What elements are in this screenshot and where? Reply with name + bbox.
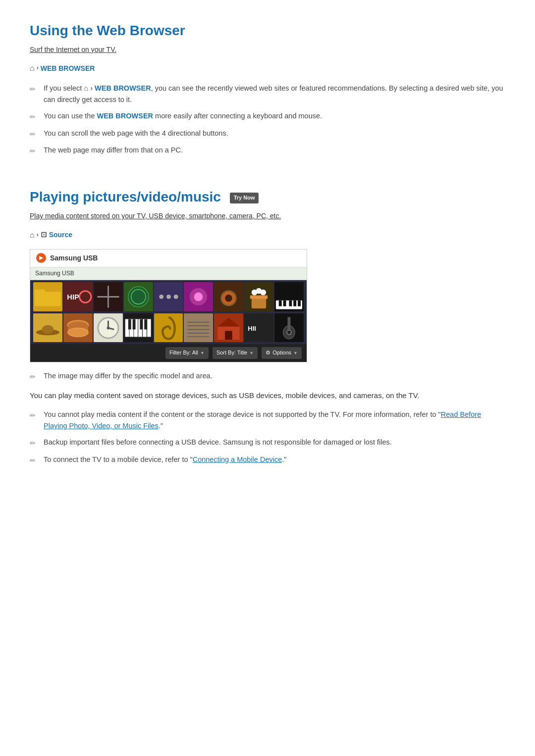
filter-arrow-icon: ▼: [200, 350, 205, 356]
sort-arrow-icon: ▼: [249, 350, 254, 356]
sort-button[interactable]: Sort By: Title ▼: [213, 347, 258, 359]
media-thumb-11: [63, 313, 93, 343]
pencil-icon-note: ✏: [30, 371, 39, 382]
media-thumb-16: [214, 313, 243, 343]
bullet-text-wb1: If you select ⌂ › WEB BROWSER, you can s…: [44, 83, 505, 105]
svg-rect-58: [184, 313, 213, 343]
media-thumb-7: [214, 282, 243, 311]
svg-rect-54: [132, 319, 135, 329]
source-breadcrumb-label: Source: [49, 229, 72, 240]
svg-point-13: [166, 295, 171, 299]
note-paragraph-text: You can play media content saved on stor…: [30, 391, 420, 400]
media-thumb-3: [94, 282, 123, 311]
pencil-icon-mb2: ✏: [30, 438, 39, 449]
pencil-icon-wb3: ✏: [30, 129, 39, 140]
bullet-text-wb4: The web page may differ from that on a P…: [44, 145, 183, 156]
svg-rect-0: [35, 292, 61, 306]
web-browser-subtitle: Surf the Internet on your TV.: [30, 44, 505, 55]
svg-point-12: [159, 295, 163, 299]
bullet-item-mb2: ✏ Backup important files before connecti…: [30, 437, 505, 449]
media-grid-row2: HII: [30, 312, 307, 345]
home-icon: ⌂: [30, 62, 35, 75]
bullet-text-mb3: To connect the TV to a mobile device, re…: [44, 454, 286, 465]
bullet-text-wb2: You can use the WEB BROWSER more easily …: [44, 110, 322, 122]
media-thumb-6: [184, 282, 213, 311]
options-label: Options: [272, 349, 291, 357]
options-gear-icon: ⚙: [266, 349, 270, 357]
media-breadcrumb: ⌂ › ⊡ Source: [30, 229, 505, 242]
media-title: Playing pictures/video/music Try Now: [30, 186, 505, 208]
source-folder-icon: ⊡: [41, 229, 47, 241]
bullet-text-wb3: You can scroll the web page with the 4 d…: [44, 128, 228, 139]
web-browser-title: Using the Web Browser: [30, 20, 505, 42]
pencil-icon-wb1: ✏: [30, 84, 39, 95]
media-title-text: Playing pictures/video/music: [30, 189, 221, 204]
media-thumb-18: [274, 313, 304, 343]
filter-button[interactable]: Filter By: All ▼: [165, 347, 209, 359]
svg-rect-55: [140, 319, 143, 329]
media-thumb-1: [33, 282, 62, 311]
bullet-item-mb1: ✏ You cannot play media content if the c…: [30, 409, 505, 432]
svg-point-36: [42, 325, 54, 334]
media-bullet-list: ✏ You cannot play media content if the c…: [30, 409, 505, 466]
try-now-badge[interactable]: Try Now: [230, 193, 259, 203]
svg-point-45: [107, 326, 109, 329]
media-browser-tab: Samsung USB: [30, 267, 307, 280]
svg-rect-31: [289, 300, 292, 306]
media-thumb-17: HII: [244, 313, 273, 343]
media-browser-footer: Filter By: All ▼ Sort By: Title ▼ ⚙ Opti…: [30, 344, 307, 362]
web-browser-breadcrumb-label: WEB BROWSER: [41, 63, 95, 74]
svg-point-40: [68, 328, 88, 337]
filter-label: Filter By: All: [169, 349, 198, 357]
link-connecting-mobile[interactable]: Connecting a Mobile Device: [193, 455, 282, 463]
media-thumb-2: HIP: [63, 282, 93, 311]
media-thumb-5: [154, 282, 183, 311]
media-grid-row1: HIP: [30, 280, 307, 312]
media-browser-header: ▶ Samsung USB: [30, 250, 307, 267]
image-note-text: The image may differ by the specific mod…: [44, 370, 213, 382]
web-browser-bullet-list: ✏ If you select ⌂ › WEB BROWSER, you can…: [30, 83, 505, 157]
usb-icon: ▶: [36, 253, 46, 263]
media-section: Playing pictures/video/music Try Now Pla…: [30, 186, 505, 466]
svg-rect-30: [283, 300, 286, 306]
bullet-item-wb1: ✏ If you select ⌂ › WEB BROWSER, you can…: [30, 83, 505, 105]
svg-text:HII: HII: [248, 325, 257, 332]
svg-text:HIP: HIP: [67, 293, 79, 301]
svg-point-20: [225, 295, 232, 302]
home-icon-media: ⌂: [30, 229, 35, 242]
media-note-paragraph: You can play media content saved on stor…: [30, 389, 505, 402]
svg-point-14: [173, 295, 178, 299]
svg-point-73: [287, 330, 291, 334]
chevron-icon: ›: [37, 63, 39, 73]
pencil-icon-wb4: ✏: [30, 146, 39, 156]
svg-point-26: [261, 289, 267, 295]
options-button[interactable]: ⚙ Options ▼: [262, 347, 302, 359]
svg-rect-1: [35, 289, 45, 294]
svg-rect-29: [279, 300, 282, 306]
media-thumb-9: [274, 282, 304, 311]
chevron-icon-media: ›: [37, 230, 39, 240]
media-thumb-10: [33, 313, 62, 343]
pencil-icon-mb3: ✏: [30, 455, 39, 466]
svg-rect-23: [250, 295, 268, 299]
device-name: Samsung USB: [50, 252, 98, 263]
web-browser-link2: WEB BROWSER: [97, 112, 154, 120]
bullet-item-wb3: ✏ You can scroll the web page with the 4…: [30, 128, 505, 140]
svg-rect-52: [147, 319, 151, 336]
media-thumb-12: [94, 313, 123, 343]
bullet-item-wb4: ✏ The web page may differ from that on a…: [30, 145, 505, 156]
svg-rect-33: [298, 300, 301, 306]
svg-rect-32: [293, 300, 296, 306]
options-arrow-icon: ▼: [293, 350, 298, 356]
media-browser: ▶ Samsung USB Samsung USB HIP: [30, 249, 307, 362]
home-inline-icon: ⌂: [84, 84, 88, 92]
svg-rect-72: [288, 317, 291, 331]
svg-point-17: [194, 292, 203, 301]
bullet-text-mb1: You cannot play media content if the con…: [44, 409, 505, 432]
link-read-before[interactable]: Read Before Playing Photo, Video, or Mus…: [44, 410, 481, 430]
bullet-item-mb3: ✏ To connect the TV to a mobile device, …: [30, 454, 505, 466]
bullet-item-wb2: ✏ You can use the WEB BROWSER more easil…: [30, 110, 505, 122]
media-thumb-4: [124, 282, 153, 311]
svg-rect-67: [225, 331, 232, 340]
media-thumb-14: [154, 313, 183, 343]
